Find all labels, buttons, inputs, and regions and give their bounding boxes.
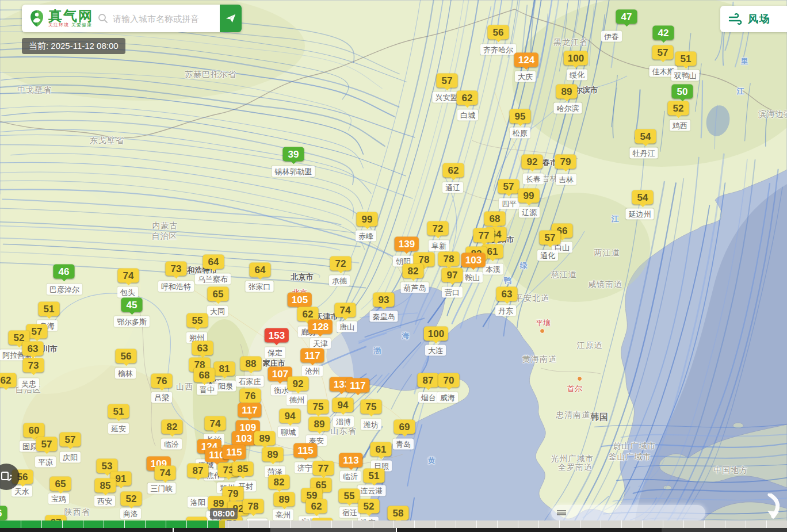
aqi-marker[interactable]: 74 bbox=[155, 466, 176, 480]
aqi-marker[interactable]: 93 bbox=[373, 293, 395, 307]
aqi-marker[interactable]: 100 bbox=[424, 327, 448, 341]
aqi-marker[interactable]: 76 bbox=[240, 389, 261, 403]
aqi-marker[interactable]: 52 bbox=[668, 101, 689, 116]
aqi-marker[interactable]: 55 bbox=[339, 489, 360, 503]
aqi-marker[interactable]: 51 bbox=[39, 302, 60, 316]
aqi-marker[interactable]: 139 bbox=[395, 237, 419, 251]
aqi-marker[interactable]: 105 bbox=[288, 293, 312, 307]
aqi-marker[interactable]: 57 bbox=[540, 231, 561, 245]
aqi-marker[interactable]: 89 bbox=[262, 447, 284, 462]
aqi-marker[interactable]: 64 bbox=[203, 255, 224, 269]
aqi-marker[interactable]: 54 bbox=[635, 129, 656, 144]
aqi-marker[interactable]: 92 bbox=[522, 155, 543, 169]
aqi-marker[interactable]: 95 bbox=[510, 109, 531, 124]
aqi-marker[interactable]: 56 bbox=[116, 349, 137, 363]
aqi-marker[interactable]: 58 bbox=[388, 506, 409, 520]
aqi-marker[interactable]: 103 bbox=[232, 431, 256, 446]
aqi-marker[interactable]: 52 bbox=[121, 492, 142, 506]
aqi-marker[interactable]: 57 bbox=[60, 433, 81, 447]
aqi-marker[interactable]: 81 bbox=[214, 362, 235, 376]
aqi-marker[interactable]: 113 bbox=[339, 453, 362, 468]
aqi-marker[interactable]: 75 bbox=[361, 400, 382, 414]
aqi-marker[interactable]: 62 bbox=[0, 373, 17, 388]
aqi-marker[interactable]: 97 bbox=[442, 268, 463, 282]
aqi-marker[interactable]: 82 bbox=[162, 420, 183, 434]
aqi-marker[interactable]: 75 bbox=[308, 400, 329, 414]
aqi-marker[interactable]: 117 bbox=[346, 378, 369, 393]
aqi-marker[interactable]: 61 bbox=[370, 442, 392, 457]
pull-arrow-icon[interactable] bbox=[765, 493, 785, 522]
aqi-marker[interactable]: 87 bbox=[418, 373, 439, 388]
aqi-marker[interactable]: 79 bbox=[555, 155, 576, 169]
aqi-marker[interactable]: 100 bbox=[564, 51, 588, 66]
timeline[interactable] bbox=[0, 520, 787, 528]
aqi-marker[interactable]: 128 bbox=[308, 320, 333, 334]
aqi-marker[interactable]: 72 bbox=[330, 257, 352, 271]
aqi-marker[interactable]: 52 bbox=[358, 499, 380, 514]
aqi-marker[interactable]: 99 bbox=[357, 212, 378, 227]
aqi-marker[interactable]: 51 bbox=[108, 404, 129, 419]
aqi-marker[interactable]: 56 bbox=[488, 25, 509, 40]
aqi-marker[interactable]: 89 bbox=[274, 492, 295, 507]
wind-field-button[interactable]: 风场 bbox=[720, 6, 787, 32]
aqi-marker[interactable]: 85 bbox=[95, 479, 116, 493]
aqi-marker[interactable]: 47 bbox=[616, 10, 637, 24]
aqi-marker[interactable]: 70 bbox=[438, 373, 460, 388]
aqi-marker[interactable]: 57 bbox=[498, 179, 519, 194]
aqi-marker[interactable]: 57 bbox=[437, 74, 458, 88]
aqi-marker[interactable]: 65 bbox=[50, 477, 71, 491]
aqi-marker[interactable]: 62 bbox=[306, 499, 327, 514]
aqi-marker[interactable]: 57 bbox=[36, 437, 58, 451]
aqi-marker[interactable]: 78 bbox=[243, 499, 264, 514]
aqi-marker[interactable]: 103 bbox=[461, 253, 486, 267]
aqi-marker[interactable]: 54 bbox=[632, 190, 654, 205]
aqi-marker[interactable]: 69 bbox=[394, 420, 415, 434]
aqi-marker[interactable]: 62 bbox=[457, 91, 478, 105]
aqi-marker[interactable]: 42 bbox=[653, 26, 674, 40]
aqi-marker[interactable]: 77 bbox=[313, 461, 334, 476]
aqi-marker[interactable]: 115 bbox=[222, 445, 246, 460]
aqi-marker[interactable]: 153 bbox=[265, 328, 289, 343]
aqi-marker[interactable]: 74 bbox=[118, 269, 139, 283]
aqi-marker[interactable]: 64 bbox=[250, 263, 271, 277]
aqi-marker[interactable]: 55 bbox=[187, 313, 208, 328]
aqi-marker[interactable]: 63 bbox=[22, 342, 44, 356]
aqi-marker[interactable]: 51 bbox=[364, 469, 385, 483]
aqi-marker[interactable]: 94 bbox=[280, 409, 301, 423]
aqi-marker[interactable]: 63 bbox=[192, 341, 213, 355]
aqi-marker[interactable]: 89 bbox=[254, 431, 276, 446]
aqi-marker[interactable]: 68 bbox=[484, 212, 506, 226]
aqi-marker[interactable]: 117 bbox=[238, 403, 261, 418]
aqi-marker[interactable]: 50 bbox=[672, 85, 693, 99]
aqi-marker[interactable]: 74 bbox=[205, 416, 226, 431]
aqi-marker[interactable]: 51 bbox=[675, 52, 697, 66]
aqi-marker[interactable]: 73 bbox=[166, 262, 187, 276]
aqi-marker[interactable]: 88 bbox=[240, 357, 262, 371]
aqi-marker[interactable]: 45 bbox=[121, 298, 143, 312]
aqi-marker[interactable]: 92 bbox=[288, 377, 309, 391]
aqi-marker[interactable]: 124 bbox=[514, 53, 538, 67]
aqi-marker[interactable]: 78 bbox=[438, 252, 460, 266]
aqi-marker[interactable]: 65 bbox=[208, 287, 229, 301]
aqi-marker[interactable]: 117 bbox=[300, 349, 324, 363]
aqi-marker[interactable]: 57 bbox=[652, 45, 674, 60]
aqi-marker[interactable]: 87 bbox=[188, 464, 209, 478]
aqi-marker[interactable]: 82 bbox=[269, 475, 290, 489]
aqi-marker[interactable]: 74 bbox=[335, 303, 356, 317]
aqi-marker[interactable]: 99 bbox=[518, 189, 540, 203]
search-submit-button[interactable] bbox=[220, 5, 242, 32]
aqi-marker[interactable]: 85 bbox=[232, 462, 254, 476]
aqi-marker[interactable]: 94 bbox=[333, 398, 354, 412]
aqi-marker[interactable]: 39 bbox=[283, 147, 304, 162]
aqi-marker[interactable]: 76 bbox=[151, 374, 173, 388]
aqi-marker[interactable]: 63 bbox=[496, 287, 518, 301]
aqi-marker[interactable]: 68 bbox=[194, 368, 215, 382]
aqi-marker[interactable]: 72 bbox=[427, 221, 449, 236]
aqi-marker[interactable]: 62 bbox=[443, 163, 464, 178]
aqi-marker[interactable]: 77 bbox=[473, 228, 495, 243]
aqi-marker[interactable]: 46 bbox=[0, 506, 7, 520]
search-input[interactable] bbox=[112, 13, 220, 24]
aqi-marker[interactable]: 82 bbox=[403, 264, 424, 278]
aqi-marker[interactable]: 60 bbox=[24, 423, 45, 438]
aqi-marker[interactable]: 46 bbox=[54, 265, 75, 279]
